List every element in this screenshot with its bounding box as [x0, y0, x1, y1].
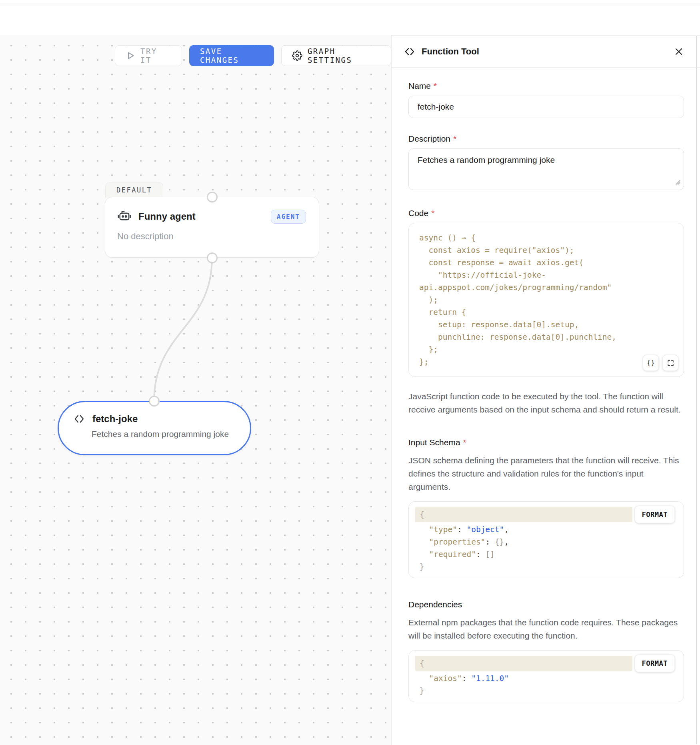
robot-icon [117, 209, 132, 224]
panel-title: Function Tool [422, 46, 479, 57]
code-editor[interactable]: async () ⇒ { const axios = require("axio… [408, 223, 684, 377]
panel-body: Name * Description * Fetches a random pr… [392, 68, 700, 702]
braces-icon: {} [647, 359, 655, 367]
save-changes-label: SAVE CHANGES [200, 47, 263, 64]
name-field-label: Name * [408, 81, 684, 91]
resize-handle-icon[interactable] [675, 178, 681, 187]
code-editor-actions: {} [643, 355, 678, 371]
code-help-text: JavaScript function code to be executed … [408, 390, 684, 416]
tool-top-connector[interactable] [149, 396, 160, 407]
dependencies-label-text: Dependencies [408, 600, 462, 609]
input-schema-label-text: Input Schema [408, 438, 460, 447]
expand-editor-button[interactable] [662, 355, 678, 371]
graph-tab-default[interactable]: DEFAULT [105, 182, 163, 198]
agent-node-title: Funny agent [138, 211, 196, 222]
canvas-toolbar: TRY IT SAVE CHANGES GRAPH SETTINGS [115, 45, 391, 66]
agent-top-connector[interactable] [207, 192, 218, 202]
code-editor-content[interactable]: async () ⇒ { const axios = require("axio… [419, 232, 676, 368]
dependencies-format-button[interactable]: FORMAT [635, 655, 675, 672]
top-divider [0, 4, 700, 4]
code-field-label: Code * [408, 208, 684, 218]
agent-bottom-connector[interactable] [207, 252, 218, 263]
dependencies-help-text: External npm packages that the function … [408, 616, 684, 642]
panel-header: Function Tool [392, 35, 700, 68]
graph-settings-label: GRAPH SETTINGS [308, 47, 380, 64]
format-braces-button[interactable]: {} [643, 355, 659, 371]
code-icon [73, 413, 85, 425]
input-schema-section: Input Schema * JSON schema defining the … [408, 438, 684, 578]
description-value: Fetches a random programming joke [418, 155, 555, 164]
app-window: TRY IT SAVE CHANGES GRAPH SETTINGS DEFAU… [0, 0, 700, 745]
agent-type-badge: AGENT [271, 210, 306, 224]
close-panel-button[interactable] [672, 45, 686, 58]
input-schema-content[interactable]: "type": "object", "properties": {}, "req… [409, 523, 684, 573]
name-input[interactable] [408, 96, 684, 118]
save-changes-button[interactable]: SAVE CHANGES [189, 45, 274, 66]
default-tab-label: DEFAULT [116, 186, 152, 194]
input-schema-editor[interactable]: { FORMAT "type": "object", "properties":… [408, 501, 684, 578]
try-it-button[interactable]: TRY IT [115, 45, 182, 66]
tool-node-title: fetch-joke [92, 413, 138, 425]
name-label-text: Name [408, 81, 431, 91]
input-schema-help-text: JSON schema defining the parameters that… [408, 454, 684, 493]
input-schema-label: Input Schema * [408, 438, 684, 447]
dependencies-label: Dependencies [408, 600, 684, 609]
play-icon [126, 51, 135, 60]
graph-settings-button[interactable]: GRAPH SETTINGS [281, 45, 391, 66]
dependencies-active-line[interactable]: { [415, 656, 632, 671]
dependencies-section: Dependencies External npm packages that … [408, 600, 684, 702]
description-required-mark: * [453, 134, 456, 144]
code-label-text: Code [408, 208, 428, 218]
close-icon [674, 46, 684, 57]
panel-scrollbar[interactable] [696, 36, 697, 744]
description-textarea[interactable]: Fetches a random programming joke [408, 148, 684, 190]
function-tool-panel: Function Tool Name * Description * Fetch… [391, 35, 700, 745]
agent-node-description: No description [105, 224, 319, 242]
expand-icon [667, 359, 674, 367]
input-schema-format-button[interactable]: FORMAT [635, 506, 675, 523]
try-it-label: TRY IT [140, 47, 171, 64]
tool-node-description: Fetches a random programming joke [92, 429, 236, 439]
agent-node[interactable]: Funny agent AGENT No description [105, 197, 319, 258]
node-edge [0, 35, 391, 745]
input-schema-active-line[interactable]: { [415, 507, 632, 522]
name-required-mark: * [434, 81, 437, 91]
function-tool-icon [404, 46, 416, 58]
graph-canvas[interactable]: TRY IT SAVE CHANGES GRAPH SETTINGS DEFAU… [0, 35, 391, 745]
description-field-label: Description * [408, 134, 684, 144]
dependencies-content[interactable]: "axios": "1.11.0" } [409, 672, 684, 697]
tool-node-fetch-joke[interactable]: fetch-joke Fetches a random programming … [58, 401, 251, 455]
description-label-text: Description [408, 134, 450, 144]
input-schema-required-mark: * [463, 438, 466, 447]
code-required-mark: * [431, 208, 434, 218]
gear-icon [292, 50, 302, 61]
dependencies-editor[interactable]: { FORMAT "axios": "1.11.0" } [408, 650, 684, 702]
